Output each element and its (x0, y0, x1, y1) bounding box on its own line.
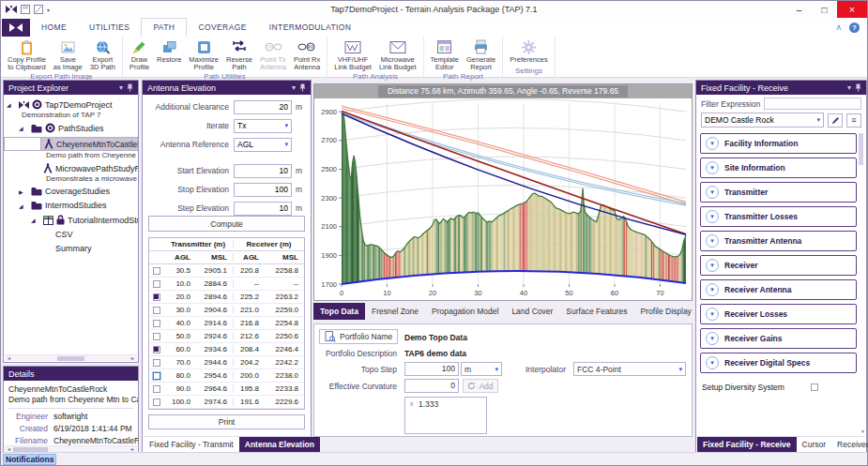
tab-topo-data[interactable]: Topo Data (313, 303, 365, 320)
close-button[interactable]: × (837, 1, 867, 18)
expander-open-icon[interactable]: ◢ (7, 101, 16, 108)
row-checkbox[interactable] (153, 280, 160, 288)
section-receiver-digital-specs[interactable]: ▾Receiver Digital Specs (700, 353, 857, 373)
ribbon-button-template-editor[interactable]: TemplateEditor (427, 38, 463, 71)
ribbon-button-export-3d-path[interactable]: Export3D Path (86, 38, 119, 71)
tab-received-field[interactable]: Received Field (831, 437, 868, 452)
section-transmitter-losses[interactable]: ▾Transmitter Losses (700, 206, 857, 227)
terrain-profile-plot[interactable]: 1700190021002300250027002900010203040506… (314, 98, 692, 300)
ribbon-button-save-as-image[interactable]: Saveas Image (50, 38, 86, 71)
tree-item-summary[interactable]: Summary (4, 243, 138, 254)
expand-section-icon[interactable]: ▾ (706, 186, 719, 199)
row-checkbox[interactable] (153, 320, 160, 327)
filter-expression-input[interactable] (764, 98, 861, 110)
ribbon-tab-home[interactable]: HOME (30, 18, 78, 37)
interpolator-select[interactable]: FCC 4-Point▾ (573, 362, 686, 376)
row-checkbox[interactable] (153, 359, 160, 367)
row-checkbox[interactable] (153, 372, 160, 380)
tab-land-cover[interactable]: Land Cover (505, 303, 559, 320)
pin-icon[interactable] (127, 83, 133, 92)
row-checkbox[interactable] (153, 293, 160, 301)
table-row[interactable]: 70.02944.6204.22242.2 (149, 356, 304, 369)
table-row[interactable]: 10.02884.6---- (149, 278, 304, 291)
setup-diversity-checkbox[interactable] (811, 383, 818, 391)
panel-menu-icon[interactable]: ▾ (847, 83, 851, 92)
expander-open-icon[interactable]: ◢ (31, 217, 40, 223)
ribbon-button-copy-profile-to-clipboard[interactable]: Copy Profileto Clipboard (4, 38, 50, 71)
section-transmitter-antenna[interactable]: ▾Transmitter Antenna (700, 231, 857, 251)
ribbon-tab-path[interactable]: PATH (141, 18, 187, 37)
table-row[interactable]: 40.02914.6216.82254.8 (149, 317, 304, 330)
compute-button[interactable]: Compute (148, 216, 305, 232)
table-row[interactable]: 30.52905.1220.82258.8 (149, 264, 304, 278)
facility-menu-button[interactable]: ≡ (846, 113, 861, 128)
print-button[interactable]: Print (148, 414, 305, 429)
section-receiver[interactable]: ▾Receiver (700, 255, 857, 276)
ribbon-button-generate-report[interactable]: GenerateReport (463, 38, 499, 71)
ribbon-tab-utilities[interactable]: UTILITIES (78, 18, 141, 37)
ribbon-button-draw-profile[interactable]: DrawProfile (126, 38, 153, 71)
table-row[interactable]: 100.02974.6191.62229.6 (149, 396, 304, 409)
tree-item-coveragestudies[interactable]: ▶CoverageStudies (4, 186, 138, 197)
tree-item-tutorialintermodstu[interactable]: ◢TutorialIntermodStu (4, 214, 138, 226)
scroll-left-icon[interactable]: ◄ (5, 355, 13, 361)
section-receiver-gains[interactable]: ▾Receiver Gains (700, 328, 857, 349)
help-icon[interactable]: ? (849, 23, 860, 33)
table-row[interactable]: 90.02964.6195.82233.8 (149, 383, 304, 396)
minimize-button[interactable]: – (786, 1, 812, 18)
effective-curvature-input[interactable]: 0 (404, 379, 459, 393)
panel-menu-icon[interactable]: ▾ (292, 83, 296, 92)
ribbon-tab-coverage[interactable]: COVERAGE (187, 18, 257, 37)
expander-closed-icon[interactable]: ▶ (19, 188, 28, 195)
expand-section-icon[interactable]: ▾ (706, 210, 719, 223)
row-checkbox[interactable] (153, 385, 160, 393)
curvature-list[interactable]: ×1.333 (404, 397, 487, 434)
section-site-information[interactable]: ▾Site Information (700, 158, 857, 178)
tree-item-tap7demoproject[interactable]: ◢Tap7DemoProject (4, 98, 138, 111)
table-row[interactable]: 30.02904.6221.02259.0 (149, 304, 304, 317)
ribbon-button-microwave-link-budget[interactable]: MicrowaveLink Budget (375, 38, 420, 71)
tab-propagation-model[interactable]: Propagation Model (425, 303, 505, 320)
row-checkbox[interactable] (153, 267, 160, 275)
edit-facility-button[interactable] (828, 113, 843, 128)
stop-elevation-input[interactable]: 100 (234, 183, 292, 197)
remove-icon[interactable]: × (409, 399, 414, 409)
scroll-right-icon[interactable]: ► (129, 355, 137, 361)
tab-fresnel-zone[interactable]: Fresnel Zone (365, 303, 425, 320)
additional-clearance-input[interactable]: 20 (234, 100, 292, 114)
expand-section-icon[interactable]: ▾ (706, 283, 719, 296)
facility-select[interactable]: DEMO Castle Rock▾ (701, 113, 824, 128)
portfolio-name-button[interactable]: Portfolio Name (319, 329, 398, 344)
expand-section-icon[interactable]: ▾ (706, 259, 719, 272)
table-row[interactable]: 80.02954.6200.02238.0 (149, 369, 304, 383)
tree-item-microwavepathstudyre[interactable]: MicrowavePathStudyRe (4, 162, 138, 174)
tree-item-intermodstudies[interactable]: ◢IntermodStudies (4, 200, 138, 211)
expand-section-icon[interactable]: ▾ (706, 234, 719, 248)
tab-cursor[interactable]: Cursor (797, 437, 832, 452)
section-transmitter[interactable]: ▾Transmitter (700, 182, 857, 203)
tree-item-pathstudies[interactable]: ◢PathStudies (4, 122, 138, 134)
qat-dropdown-arrow-icon[interactable]: ▾ (47, 7, 50, 13)
row-checkbox[interactable] (153, 346, 160, 353)
table-row[interactable]: 20.02894.6225.22263.2 (149, 291, 304, 304)
pin-icon[interactable] (855, 83, 861, 92)
receive-panel-vscrollbar[interactable]: ▼ (859, 133, 864, 432)
tree-item-cheyennemtntocastler[interactable]: CheyenneMtnToCastleR (4, 137, 138, 151)
scroll-down-icon[interactable]: ▼ (859, 428, 867, 434)
antenna-reference-select[interactable]: AGL▾ (234, 138, 292, 152)
qat-save-icon[interactable] (21, 5, 30, 14)
step-elevation-input[interactable]: 10 (234, 202, 292, 216)
ribbon-button-vhf-uhf-link-budget[interactable]: VHF/UHFLink Budget (330, 38, 375, 71)
pin-icon[interactable] (299, 83, 306, 92)
file-menu-button[interactable] (2, 19, 30, 37)
ribbon-button-preferences[interactable]: Preferences (506, 38, 551, 64)
ribbon-button-maximize-profile[interactable]: MaximizeProfile (185, 38, 222, 71)
expand-section-icon[interactable]: ▾ (706, 161, 719, 174)
topo-step-input[interactable]: 100 (404, 362, 459, 376)
start-elevation-input[interactable]: 10 (234, 164, 292, 178)
notifications-label[interactable]: Notifications (4, 455, 55, 464)
expander-open-icon[interactable]: ◢ (19, 125, 28, 131)
tab-profile-display[interactable]: Profile Display (634, 303, 698, 320)
ribbon-button-point-rx-antenna[interactable]: RXPoint RxAntenna (290, 38, 324, 71)
maximize-button[interactable]: □ (812, 1, 837, 18)
